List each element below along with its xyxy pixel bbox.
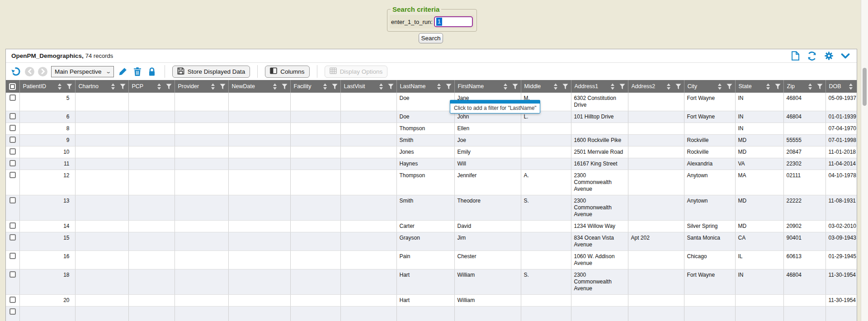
- filter-funnel-icon[interactable]: [282, 84, 288, 90]
- cell: [628, 158, 684, 170]
- row-checkbox[interactable]: [9, 271, 16, 278]
- cell: 15: [19, 232, 75, 251]
- row-checkbox[interactable]: [9, 94, 16, 101]
- store-displayed-data-button[interactable]: Store Displayed Data: [172, 66, 250, 78]
- row-checkbox[interactable]: [9, 172, 16, 178]
- column-header-state[interactable]: State: [735, 80, 783, 93]
- column-header-zip[interactable]: Zip: [783, 80, 826, 93]
- cell: [628, 195, 684, 221]
- column-header-pcp[interactable]: PCP: [128, 80, 175, 93]
- cell: [340, 158, 396, 170]
- column-header-patientid[interactable]: PatientID: [19, 80, 75, 93]
- filter-funnel-icon[interactable]: [446, 84, 452, 90]
- chevron-down-icon[interactable]: [840, 51, 850, 61]
- filter-funnel-icon[interactable]: [726, 84, 732, 90]
- cell: [340, 93, 396, 111]
- row-checkbox[interactable]: [9, 222, 16, 229]
- filter-funnel-icon[interactable]: [120, 84, 126, 90]
- column-header-address1[interactable]: Address1: [571, 80, 628, 93]
- sort-icon[interactable]: [57, 83, 62, 90]
- column-header-lastvisit[interactable]: LastVisit: [340, 80, 396, 93]
- cell: [228, 170, 290, 195]
- row-checkbox[interactable]: [9, 113, 16, 119]
- filter-funnel-icon[interactable]: [166, 84, 172, 90]
- sort-icon[interactable]: [503, 83, 508, 90]
- sort-icon[interactable]: [273, 83, 277, 90]
- row-checkbox[interactable]: [9, 137, 16, 143]
- run-input[interactable]: 1: [434, 16, 473, 27]
- select-all-checkbox[interactable]: [6, 80, 19, 93]
- gear-icon[interactable]: [824, 51, 834, 61]
- column-header-city[interactable]: City: [684, 80, 735, 93]
- row-checkbox[interactable]: [9, 234, 16, 241]
- column-header-firstname[interactable]: FirstName: [454, 80, 521, 93]
- row-checkbox[interactable]: [9, 253, 16, 259]
- sort-icon[interactable]: [437, 83, 441, 90]
- column-header-facility[interactable]: Facility: [290, 80, 340, 93]
- sort-icon[interactable]: [157, 83, 161, 90]
- sort-icon[interactable]: [323, 83, 327, 90]
- column-header-middle[interactable]: Middle: [521, 80, 571, 93]
- refresh-icon[interactable]: [807, 51, 817, 61]
- row-checkbox[interactable]: [9, 148, 16, 155]
- column-header-address2[interactable]: Address2: [628, 80, 684, 93]
- filter-funnel-icon[interactable]: [675, 84, 681, 90]
- sort-icon[interactable]: [379, 83, 383, 90]
- column-header-lastname[interactable]: LastName: [396, 80, 454, 93]
- scrollbar-thumb[interactable]: [863, 68, 867, 106]
- cell: [128, 93, 175, 111]
- filter-funnel-icon[interactable]: [817, 84, 823, 90]
- filter-funnel-icon[interactable]: [388, 84, 394, 90]
- sort-icon[interactable]: [808, 83, 812, 90]
- cell: [628, 269, 684, 295]
- cell: [228, 123, 290, 135]
- sort-icon[interactable]: [111, 83, 115, 90]
- cell: [571, 123, 628, 135]
- cell: [521, 307, 571, 321]
- filter-funnel-icon[interactable]: [220, 84, 226, 90]
- column-header-provider[interactable]: Provider: [175, 80, 228, 93]
- lock-icon[interactable]: [146, 66, 157, 77]
- cell: David: [454, 221, 521, 232]
- sort-icon[interactable]: [666, 83, 671, 90]
- nav-forward-icon[interactable]: [38, 67, 47, 76]
- filter-funnel-icon[interactable]: [562, 84, 568, 90]
- sort-icon[interactable]: [766, 83, 770, 90]
- column-header-newdate[interactable]: NewDate: [228, 80, 290, 93]
- sort-icon[interactable]: [211, 83, 215, 90]
- filter-funnel-icon[interactable]: [619, 84, 625, 90]
- filter-funnel-icon[interactable]: [332, 84, 338, 90]
- select-chevron-icon: ⌄: [105, 69, 111, 75]
- cell: 2300 Commonwealth Avenue: [571, 170, 628, 195]
- filter-funnel-icon[interactable]: [775, 84, 781, 90]
- row-checkbox[interactable]: [9, 197, 16, 203]
- nav-back-icon[interactable]: [25, 67, 34, 76]
- column-header-chartno[interactable]: Chartno: [75, 80, 128, 93]
- cell: S.: [521, 269, 571, 295]
- sort-icon[interactable]: [610, 83, 615, 90]
- edit-pencil-icon[interactable]: [118, 66, 128, 77]
- delete-trash-icon[interactable]: [132, 66, 143, 77]
- cell: [521, 146, 571, 158]
- new-page-icon[interactable]: [790, 51, 800, 61]
- cell: [628, 123, 684, 135]
- sort-icon[interactable]: [717, 83, 722, 90]
- columns-button[interactable]: Columns: [265, 66, 309, 78]
- row-checkbox[interactable]: [9, 125, 16, 131]
- cell: Alexandria: [684, 158, 735, 170]
- column-header-dob[interactable]: DOB: [826, 80, 857, 93]
- filter-funnel-icon[interactable]: [512, 84, 518, 90]
- filter-funnel-icon[interactable]: [66, 84, 72, 90]
- row-checkbox[interactable]: [9, 160, 16, 166]
- cell: Rockville: [684, 146, 735, 158]
- vertical-scrollbar[interactable]: [861, 0, 868, 321]
- search-button[interactable]: Search: [419, 33, 443, 43]
- row-checkbox[interactable]: [9, 297, 16, 303]
- cell: 8: [19, 123, 75, 135]
- perspective-select[interactable]: Main Perspective ⌄: [51, 66, 114, 77]
- undo-icon[interactable]: [10, 66, 21, 77]
- sort-icon[interactable]: [849, 83, 853, 90]
- row-checkbox[interactable]: [9, 308, 16, 315]
- cell: [340, 251, 396, 269]
- sort-icon[interactable]: [553, 83, 558, 90]
